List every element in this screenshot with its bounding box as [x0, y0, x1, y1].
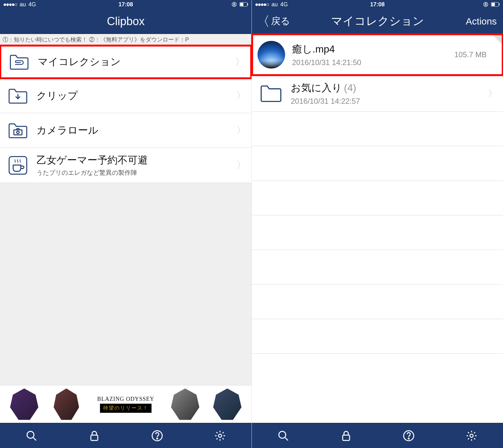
ad-banner-top[interactable]: ①：知りたい時にいつでも検索！ ②：《無料アプリ》をダウンロード：P [0, 34, 252, 45]
ad-center: BLAZING ODYSSEY 待望のリリース！ [94, 396, 157, 413]
svg-point-12 [218, 434, 222, 437]
tab-lock[interactable] [87, 428, 102, 443]
tab-search[interactable] [24, 428, 39, 443]
folder-clip-icon [9, 52, 29, 72]
row-subtitle: うたプリのエレガなど驚異の製作陣 [36, 169, 236, 177]
svg-rect-4 [247, 3, 248, 5]
carrier-label: au [19, 1, 26, 8]
folder-camera-icon [8, 121, 28, 140]
ad-tagline: 待望のリリース！ [100, 404, 152, 413]
network-label: 4G [28, 1, 36, 8]
back-label: 戻る [271, 15, 290, 28]
row-title: 乙女ゲーマー予約不可避 [36, 153, 236, 167]
file-name: 癒し.mp4 [292, 42, 454, 56]
nav-title: Clipbox [107, 15, 145, 28]
chevron-right-icon: 〉 [235, 56, 245, 69]
network-label: 4G [280, 1, 288, 8]
ad-character-icon [171, 389, 199, 420]
row-my-collection[interactable]: マイコレクション 〉 [0, 45, 252, 79]
dogear-icon [493, 35, 502, 44]
ad-banner-bottom[interactable]: BLAZING ODYSSEY 待望のリリース！ [0, 385, 252, 423]
row-clip[interactable]: クリップ 〉 [0, 79, 252, 113]
svg-rect-1 [234, 4, 235, 5]
svg-rect-9 [91, 435, 98, 440]
coffee-icon [8, 156, 28, 175]
file-list: 癒し.mp4 2016/10/31 14:21:50 105.7 MB お気に入… [252, 34, 503, 112]
folder-count: (4) [344, 82, 356, 93]
tab-bar [252, 423, 503, 448]
empty-rows [252, 112, 503, 423]
folder-date: 2016/10/31 14:22:57 [291, 97, 488, 106]
tab-lock[interactable] [339, 428, 354, 443]
folder-icon [260, 84, 282, 103]
signal-dots: ●●●●○ [3, 1, 17, 8]
empty-area [0, 183, 252, 385]
tab-bar [0, 423, 252, 448]
row-title: クリップ [36, 89, 236, 103]
status-time: 17:08 [370, 1, 384, 8]
phone-left: ●●●●○ au 4G 17:08 Clipbox ①：知りたい時にいつでも検索… [0, 0, 252, 448]
actions-button[interactable]: Actions [466, 16, 497, 27]
nav-bar: 〈 戻る マイコレクション Actions [252, 9, 503, 34]
battery-icon [240, 2, 248, 7]
ad-title: BLAZING ODYSSEY [97, 396, 154, 402]
battery-icon [491, 2, 500, 7]
ad-character-icon [10, 389, 38, 420]
row-camera-roll[interactable]: カメラロール 〉 [0, 113, 252, 148]
chevron-right-icon: 〉 [236, 89, 246, 102]
chevron-right-icon: 〉 [236, 124, 246, 137]
svg-point-11 [157, 438, 158, 439]
file-size: 105.7 MB [454, 50, 487, 59]
tab-settings[interactable] [213, 428, 228, 443]
svg-point-21 [408, 438, 409, 439]
tab-help[interactable] [150, 428, 165, 443]
phone-right: ●●●●○ au 4G 17:08 〈 戻る マイコレクション Actions … [252, 0, 503, 448]
chevron-right-icon: 〉 [488, 87, 497, 100]
rotation-lock-icon [483, 2, 489, 7]
main-list: マイコレクション 〉 クリップ 〉 [0, 45, 252, 183]
signal-dots: ●●●●○ [255, 1, 269, 8]
svg-point-6 [17, 131, 19, 134]
svg-rect-5 [14, 130, 22, 135]
tab-settings[interactable] [464, 428, 479, 443]
ad-character-icon [54, 389, 79, 420]
folder-download-icon [8, 86, 28, 106]
nav-bar: Clipbox [0, 9, 252, 34]
svg-rect-17 [499, 3, 500, 5]
row-title: カメラロール [36, 124, 236, 137]
carrier-label: au [271, 1, 278, 8]
row-promo[interactable]: 乙女ゲーマー予約不可避 うたプリのエレガなど驚異の製作陣 〉 [0, 148, 252, 183]
svg-rect-16 [492, 3, 495, 6]
status-time: 17:08 [119, 1, 133, 8]
ad-character-icon [213, 389, 241, 420]
file-row[interactable]: 癒し.mp4 2016/10/31 14:21:50 105.7 MB [251, 33, 503, 76]
svg-rect-3 [240, 3, 243, 6]
video-thumbnail [257, 41, 285, 69]
rotation-lock-icon [231, 2, 237, 7]
svg-point-8 [27, 431, 34, 438]
tab-help[interactable] [401, 428, 416, 443]
file-date: 2016/10/31 14:21:50 [292, 58, 454, 67]
folder-name: お気に入り(4) [291, 81, 488, 95]
status-bar: ●●●●○ au 4G 17:08 [0, 0, 252, 9]
row-title: マイコレクション [38, 55, 235, 69]
svg-rect-14 [485, 4, 487, 5]
svg-point-22 [470, 434, 473, 437]
chevron-right-icon: 〉 [236, 159, 246, 172]
back-button[interactable]: 〈 戻る [257, 15, 290, 28]
svg-point-18 [279, 431, 286, 438]
status-bar: ●●●●○ au 4G 17:08 [252, 0, 503, 9]
svg-rect-19 [343, 435, 350, 440]
folder-row[interactable]: お気に入り(4) 2016/10/31 14:22:57 〉 [252, 75, 503, 112]
nav-title: マイコレクション [331, 14, 424, 29]
chevron-left-icon: 〈 [257, 15, 270, 28]
tab-search[interactable] [276, 428, 291, 443]
